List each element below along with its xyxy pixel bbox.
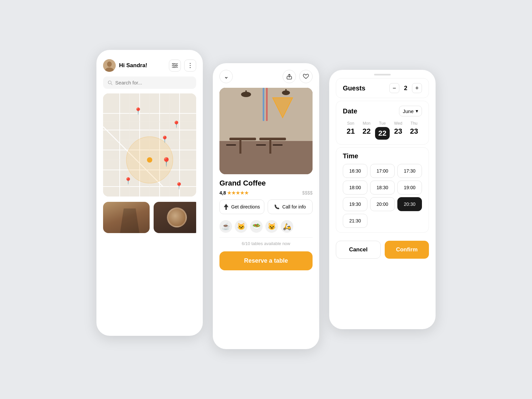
guests-label: Guests xyxy=(343,84,365,92)
guests-row: Guests − 2 + xyxy=(343,83,422,93)
increase-guests-button[interactable]: + xyxy=(412,83,422,93)
search-icon xyxy=(108,80,113,85)
call-for-info-button[interactable]: Call for info xyxy=(268,200,313,214)
chevron-down-icon: ▾ xyxy=(416,108,418,114)
svg-rect-50 xyxy=(266,88,268,121)
month-selector[interactable]: June ▾ xyxy=(399,106,422,116)
svg-line-13 xyxy=(111,83,112,85)
filter-button[interactable] xyxy=(169,60,181,71)
guests-section: Guests − 2 + xyxy=(336,78,429,98)
share-button[interactable] xyxy=(283,70,296,83)
cancel-button[interactable]: Cancel xyxy=(336,241,381,259)
map-area[interactable]: 📍 📍 📍 📍 📍 📍 xyxy=(103,93,196,197)
time-slot-1700[interactable]: 17:00 xyxy=(370,164,395,178)
svg-rect-46 xyxy=(245,90,247,94)
svg-point-32 xyxy=(147,157,152,163)
time-grid: 16:30 17:00 17:30 18:00 18:30 19:00 19:3… xyxy=(343,164,422,228)
map-pin: 📍 xyxy=(175,182,183,190)
top-action-icons xyxy=(283,70,313,83)
emoji-3: 🥗 xyxy=(250,220,263,233)
emoji-4: 😺 xyxy=(265,220,278,233)
action-buttons: Get directions Call for info xyxy=(213,200,319,219)
date-col-wed[interactable]: Wed 23 xyxy=(390,121,406,140)
more-options-button[interactable] xyxy=(184,60,196,71)
time-slot-1930[interactable]: 19:30 xyxy=(343,197,367,211)
svg-point-7 xyxy=(176,65,177,66)
time-slot-2000[interactable]: 20:00 xyxy=(370,197,395,211)
svg-point-12 xyxy=(108,81,111,84)
svg-rect-42 xyxy=(256,144,266,146)
get-directions-button[interactable]: Get directions xyxy=(219,200,264,214)
svg-point-8 xyxy=(174,66,175,68)
date-row: Son 21 Mon 22 Tue 22 Wed 23 Thu 23 xyxy=(343,121,422,140)
search-bar[interactable] xyxy=(103,76,196,89)
emoji-5: 🛵 xyxy=(281,220,293,233)
screen2-top: ⌄ xyxy=(213,63,319,83)
phone-notch xyxy=(374,74,391,75)
cards-row: Grand Coffee 4,8 ★★★★★ $$$$ xyxy=(103,202,196,233)
phone-icon xyxy=(274,204,280,209)
time-slot-1800[interactable]: 18:00 xyxy=(343,181,367,195)
svg-point-1 xyxy=(107,62,112,67)
svg-rect-38 xyxy=(259,138,286,140)
screens-container: Hi Sandra! xyxy=(96,50,436,349)
svg-rect-41 xyxy=(226,144,236,146)
header-icons xyxy=(169,60,196,71)
time-slot-2130[interactable]: 21:30 xyxy=(343,214,367,228)
map-pin: 📍 xyxy=(161,135,169,143)
time-slot-1630[interactable]: 16:30 xyxy=(343,164,367,178)
directions-icon xyxy=(224,204,228,210)
day-label-thu: Thu xyxy=(411,121,418,126)
card-image-2 xyxy=(154,202,196,233)
greeting-text: Hi Sandra! xyxy=(119,62,169,69)
time-label: Time xyxy=(343,152,422,160)
svg-rect-49 xyxy=(263,88,264,121)
day-num-sun: 21 xyxy=(347,127,355,136)
emoji-2: 🐱 xyxy=(235,220,247,233)
date-section: Date June ▾ Son 21 Mon 22 Tue 22 xyxy=(336,101,429,145)
reserve-table-button[interactable]: Reserve a table xyxy=(219,251,313,270)
svg-point-6 xyxy=(173,63,174,65)
guests-count: 2 xyxy=(404,85,407,92)
avatar xyxy=(103,59,116,72)
date-col-sun[interactable]: Son 21 xyxy=(343,121,359,140)
confirm-button[interactable]: Confirm xyxy=(385,241,429,259)
restaurant-name: Grand Coffee xyxy=(213,174,319,189)
tables-info: 6/10 tables available now xyxy=(213,238,319,249)
time-slot-1830[interactable]: 18:30 xyxy=(370,181,395,195)
svg-rect-40 xyxy=(269,140,271,154)
day-num-thu: 23 xyxy=(410,127,418,136)
svg-rect-39 xyxy=(239,140,241,154)
restaurant-card-2[interactable] xyxy=(154,202,196,233)
time-section: Time 16:30 17:00 17:30 18:00 18:30 19:00… xyxy=(336,147,429,233)
screen1-header: Hi Sandra! xyxy=(96,50,203,76)
day-label-tue: Tue xyxy=(379,121,386,126)
time-slot-1900[interactable]: 19:00 xyxy=(397,181,422,195)
restaurant-rating: 4,8 ★★★★★ xyxy=(219,190,249,196)
guests-counter: − 2 + xyxy=(389,83,422,93)
restaurant-scene xyxy=(219,88,313,174)
coffee-latte-art xyxy=(167,207,187,227)
emoji-row: ☕ 🐱 🥗 😺 🛵 xyxy=(213,219,319,237)
search-input[interactable] xyxy=(115,80,192,85)
date-col-thu[interactable]: Thu 23 xyxy=(406,121,422,140)
day-num-wed: 23 xyxy=(394,127,402,136)
bottom-cards: Grand Coffee 4,8 ★★★★★ $$$$ xyxy=(96,197,203,233)
svg-rect-43 xyxy=(273,144,283,146)
back-button[interactable]: ⌄ xyxy=(219,70,233,83)
map-pin: 📍 xyxy=(124,177,132,185)
restaurant-price: $$$$ xyxy=(302,190,313,196)
day-label-sun: Son xyxy=(347,121,354,126)
date-col-mon[interactable]: Mon 22 xyxy=(359,121,375,140)
decrease-guests-button[interactable]: − xyxy=(389,83,399,93)
day-label-mon: Mon xyxy=(363,121,370,126)
restaurant-meta: 4,8 ★★★★★ $$$$ xyxy=(213,189,319,200)
svg-marker-51 xyxy=(224,204,228,210)
time-slot-2030[interactable]: 20:30 xyxy=(397,197,422,211)
favorite-button[interactable] xyxy=(299,70,313,83)
emoji-1: ☕ xyxy=(219,220,232,233)
time-slot-1730[interactable]: 17:30 xyxy=(397,164,422,178)
restaurant-stars: ★★★★★ xyxy=(227,190,249,196)
restaurant-card-1[interactable]: Grand Coffee 4,8 ★★★★★ $$$$ xyxy=(103,202,150,233)
date-col-tue[interactable]: Tue 22 xyxy=(374,121,390,140)
